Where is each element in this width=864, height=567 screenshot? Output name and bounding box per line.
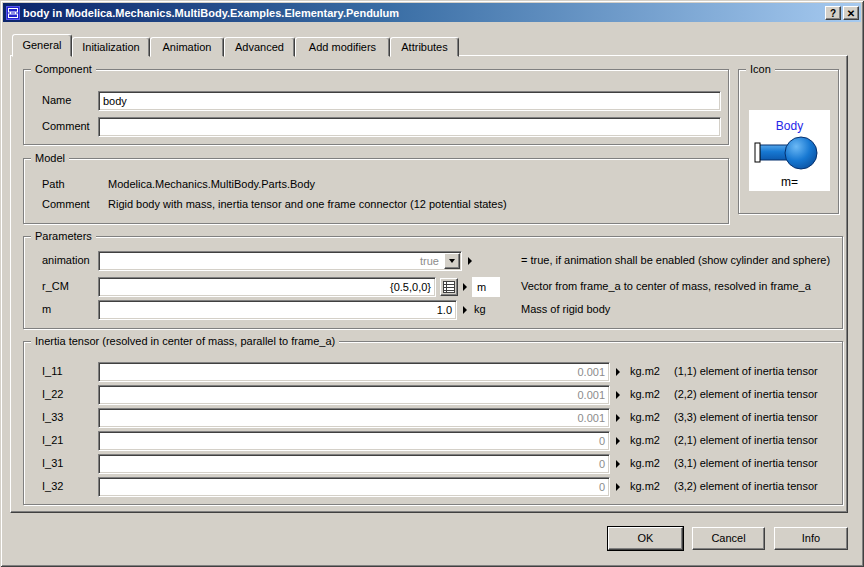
model-comment-row: Comment Rigid body with mass, inertia te…	[42, 195, 722, 215]
component-icon-preview: Body	[749, 110, 830, 191]
icon-mass-label: m=	[749, 175, 830, 189]
inertia-unit: kg.m2	[630, 480, 660, 492]
expand-triangle-icon[interactable]	[463, 306, 467, 314]
model-group: Model Path Modelica.Mechanics.MultiBody.…	[23, 158, 729, 224]
expand-triangle-icon[interactable]	[468, 257, 472, 265]
param-description: (2,1) element of inertia tensor	[674, 434, 818, 446]
tab-add-modifiers[interactable]: Add modifiers	[295, 37, 390, 57]
param-description: (3,2) element of inertia tensor	[674, 480, 818, 492]
tab-general[interactable]: General	[12, 34, 72, 57]
tab-initialization[interactable]: Initialization	[72, 37, 150, 57]
matrix-grid-icon	[443, 281, 455, 293]
inertia-row-i22: I_22 0.001 kg.m2 (2,2) element of inerti…	[42, 385, 836, 405]
name-input[interactable]	[99, 92, 720, 110]
expand-triangle-icon[interactable]	[463, 283, 467, 291]
name-field[interactable]	[98, 91, 721, 111]
icon-body-label: Body	[749, 110, 830, 133]
i22-field[interactable]: 0.001	[98, 385, 610, 405]
animation-field[interactable]: true	[98, 251, 462, 271]
inertia-unit: kg.m2	[630, 457, 660, 469]
info-button[interactable]: Info	[774, 527, 848, 550]
tab-bar: General Initialization Animation Advance…	[12, 33, 459, 56]
inertia-legend: Inertia tensor (resolved in center of ma…	[31, 335, 339, 348]
i32-value: 0	[99, 478, 609, 496]
param-description: Mass of rigid body	[521, 303, 610, 315]
param-name: I_32	[42, 480, 63, 492]
model-comment-value: Rigid body with mass, inertia tensor and…	[108, 198, 507, 210]
expand-triangle-icon[interactable]	[616, 414, 620, 422]
r-cm-value: {0.5,0,0}	[99, 278, 435, 296]
inertia-unit: kg.m2	[630, 365, 660, 377]
expand-triangle-icon[interactable]	[616, 460, 620, 468]
dialog-window: body in Modelica.Mechanics.MultiBody.Exa…	[0, 0, 864, 567]
icon-legend: Icon	[746, 63, 775, 76]
path-value: Modelica.Mechanics.MultiBody.Parts.Body	[108, 178, 315, 190]
matrix-edit-button[interactable]	[440, 278, 458, 296]
inertia-row-i33: I_33 0.001 kg.m2 (3,3) element of inerti…	[42, 408, 836, 428]
animation-value: true	[99, 252, 461, 270]
component-name-row: Name	[42, 91, 722, 111]
i22-value: 0.001	[99, 386, 609, 404]
chevron-down-icon	[449, 259, 455, 263]
param-row-r-cm: r_CM {0.5,0,0} m Vector from frame_a to …	[42, 277, 836, 297]
component-legend: Component	[31, 63, 96, 76]
tab-animation[interactable]: Animation	[150, 37, 224, 57]
r-cm-field[interactable]: {0.5,0,0}	[98, 277, 436, 297]
param-name: I_33	[42, 411, 63, 423]
component-comment-row: Comment	[42, 117, 722, 137]
expand-triangle-icon[interactable]	[616, 483, 620, 491]
r-cm-unit-field[interactable]: m	[472, 277, 500, 297]
param-description: = true, if animation shall be enabled (s…	[521, 254, 830, 266]
param-description: (2,2) element of inertia tensor	[674, 388, 818, 400]
param-description: Vector from frame_a to center of mass, r…	[521, 280, 811, 292]
comment-label: Comment	[42, 120, 90, 132]
param-name: animation	[42, 254, 90, 266]
app-icon	[6, 6, 20, 20]
inertia-row-i31: I_31 0 kg.m2 (3,1) element of inertia te…	[42, 454, 836, 474]
model-legend: Model	[31, 152, 69, 165]
i21-value: 0	[99, 432, 609, 450]
model-comment-label: Comment	[42, 198, 90, 210]
icon-group: Icon Body	[738, 69, 839, 214]
body-shape-icon	[750, 133, 829, 173]
i31-value: 0	[99, 455, 609, 473]
m-value: 1.0	[99, 301, 456, 319]
inertia-row-i11: I_11 0.001 kg.m2 (1,1) element of inerti…	[42, 362, 836, 382]
inertia-unit: kg.m2	[630, 388, 660, 400]
animation-dropdown-button[interactable]	[444, 253, 460, 269]
comment-field[interactable]	[98, 117, 721, 137]
i31-field[interactable]: 0	[98, 454, 610, 474]
i21-field[interactable]: 0	[98, 431, 610, 451]
inertia-unit: kg.m2	[630, 411, 660, 423]
param-description: (3,3) element of inertia tensor	[674, 411, 818, 423]
i33-field[interactable]: 0.001	[98, 408, 610, 428]
i32-field[interactable]: 0	[98, 477, 610, 497]
parameters-legend: Parameters	[31, 230, 96, 243]
param-description: (3,1) element of inertia tensor	[674, 457, 818, 469]
close-icon[interactable]: ✕	[843, 6, 859, 20]
inertia-unit: kg.m2	[630, 434, 660, 446]
inertia-row-i21: I_21 0 kg.m2 (2,1) element of inertia te…	[42, 431, 836, 451]
expand-triangle-icon[interactable]	[616, 368, 620, 376]
parameters-group: Parameters animation true = true, if ani…	[23, 236, 843, 329]
param-row-m: m 1.0 kg Mass of rigid body	[42, 300, 836, 320]
inertia-row-i32: I_32 0 kg.m2 (3,2) element of inertia te…	[42, 477, 836, 497]
param-name: I_21	[42, 434, 63, 446]
title-bar[interactable]: body in Modelica.Mechanics.MultiBody.Exa…	[3, 3, 861, 22]
tab-attributes[interactable]: Attributes	[390, 37, 459, 57]
expand-triangle-icon[interactable]	[616, 391, 620, 399]
m-unit: kg	[474, 303, 486, 315]
i33-value: 0.001	[99, 409, 609, 427]
cancel-button[interactable]: Cancel	[692, 527, 765, 550]
param-name: I_31	[42, 457, 63, 469]
name-label: Name	[42, 94, 71, 106]
ok-button[interactable]: OK	[608, 527, 683, 550]
comment-input[interactable]	[99, 118, 720, 136]
i11-field[interactable]: 0.001	[98, 362, 610, 382]
m-field[interactable]: 1.0	[98, 300, 457, 320]
tab-advanced[interactable]: Advanced	[224, 37, 295, 57]
help-icon[interactable]: ?	[825, 6, 841, 20]
expand-triangle-icon[interactable]	[616, 437, 620, 445]
model-path-row: Path Modelica.Mechanics.MultiBody.Parts.…	[42, 175, 722, 195]
tab-page-general: Component Name Comment Icon Body	[10, 55, 848, 513]
